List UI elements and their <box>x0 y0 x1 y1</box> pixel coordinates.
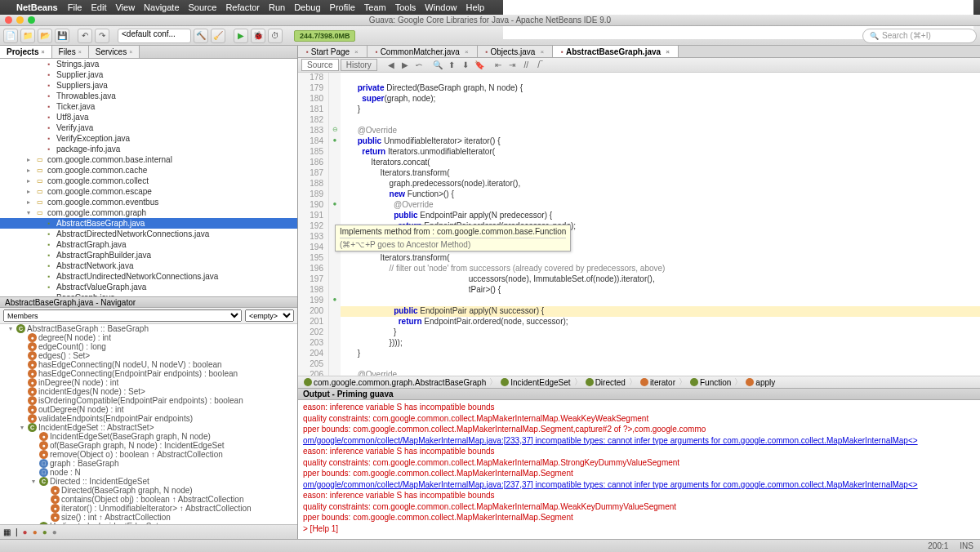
new-file-button[interactable]: 📄 <box>3 29 18 43</box>
file-node[interactable]: ▪AbstractUndirectedNetworkConnections.ja… <box>0 271 297 282</box>
nav-member[interactable]: ▾CIncidentEdgeSet :: AbstractSet> <box>0 423 297 432</box>
project-tree[interactable]: ▪Strings.java▪Supplier.java▪Suppliers.ja… <box>0 59 297 296</box>
filter-icon[interactable]: ▦ <box>3 528 11 536</box>
expand-icon[interactable]: ▸ <box>24 188 33 195</box>
gutter-marker[interactable] <box>329 349 341 359</box>
nav-member[interactable]: ●hasEdgeConnecting(N nodeU, N nodeV) : b… <box>0 360 297 369</box>
prev-bookmark-icon[interactable]: ⬆ <box>446 59 458 71</box>
breadcrumb-item[interactable]: apply <box>743 378 777 387</box>
menu-view[interactable]: View <box>115 2 135 12</box>
toggle-bookmark-icon[interactable]: 🔖 <box>474 59 486 71</box>
nav-member[interactable]: □graph : BaseGraph <box>0 459 297 468</box>
file-node[interactable]: ▪Throwables.java <box>0 91 297 101</box>
shift-left-icon[interactable]: ⇤ <box>492 59 505 71</box>
new-project-button[interactable]: 📁 <box>20 29 35 43</box>
code-line[interactable]: 199● <box>298 296 980 306</box>
breadcrumb-item[interactable]: iterator <box>638 378 678 387</box>
filter-static-icon[interactable]: ● <box>33 528 38 536</box>
nav-member[interactable]: ●incidentEdges(N node) : Set> <box>0 387 297 396</box>
code-line[interactable]: 191 public EndpointPair apply(N predeces… <box>298 211 980 221</box>
profile-button[interactable]: ⏱ <box>268 29 283 43</box>
minimize-icon[interactable] <box>16 16 24 24</box>
breadcrumb-item[interactable]: com.google.common.graph.AbstractBaseGrap… <box>301 378 488 387</box>
nav-member[interactable]: ●isOrderingCompatible(EndpointPair endpo… <box>0 396 297 405</box>
code-line[interactable]: 178 <box>298 73 980 83</box>
close-icon[interactable]: × <box>465 48 469 56</box>
nav-member[interactable]: ●contains(Object obj) : boolean ↑ Abstra… <box>0 495 297 504</box>
menu-refactor[interactable]: Refactor <box>225 2 260 12</box>
editor-tab[interactable]: ▪AbstractBaseGraph.java× <box>553 46 679 57</box>
file-node[interactable]: ▪Suppliers.java <box>0 80 297 91</box>
menu-tools[interactable]: Tools <box>395 2 416 12</box>
nav-member[interactable]: ●outDegree(N node) : int <box>0 405 297 414</box>
nav-member[interactable]: ▾CDirected :: IncidentEdgeSet <box>0 477 297 486</box>
file-node[interactable]: ▪package-info.java <box>0 144 297 154</box>
gutter-marker[interactable] <box>329 253 341 264</box>
menu-edit[interactable]: Edit <box>91 2 106 12</box>
file-node[interactable]: ▪AbstractGraphBuilder.java <box>0 250 297 260</box>
nav-member[interactable]: ●iterator() : UnmodifiableIterator> ↑ Ab… <box>0 504 297 513</box>
gutter-marker[interactable] <box>329 168 341 179</box>
find-sel-icon[interactable]: 🔍 <box>432 59 444 71</box>
close-icon[interactable]: × <box>129 49 132 55</box>
code-line[interactable]: 189 new Function>() { <box>298 189 980 200</box>
close-icon[interactable]: × <box>78 49 82 55</box>
code-line[interactable]: 203 }))); <box>298 338 980 349</box>
last-edit-icon[interactable]: ⤺ <box>413 59 425 71</box>
package-node[interactable]: ▸▭com.google.common.cache <box>0 165 297 176</box>
code-line[interactable]: 184● public UnmodifiableIterator> iterat… <box>298 136 980 147</box>
menu-run[interactable]: Run <box>269 2 285 12</box>
code-line[interactable]: 181 } <box>298 105 980 115</box>
build-button[interactable]: 🔨 <box>194 29 208 43</box>
expand-icon[interactable]: ▸ <box>24 177 33 185</box>
file-node[interactable]: ▪AbstractBaseGraph.java <box>0 218 297 229</box>
code-line[interactable]: 197 uccessors(node), ImmutableSet.of(nod… <box>298 274 980 285</box>
toggle-icon[interactable]: ▾ <box>29 478 38 485</box>
memory-badge[interactable]: 244.7/398.0MB <box>294 30 356 42</box>
file-node[interactable]: ▪AbstractDirectedNetworkConnections.java <box>0 229 297 239</box>
file-node[interactable]: ▪Supplier.java <box>0 69 297 80</box>
tab-projects[interactable]: Projects × <box>0 46 52 58</box>
package-node[interactable]: ▾▭com.google.common.graph <box>0 207 297 218</box>
nav-member[interactable]: ●of(BaseGraph graph, N node) : IncidentE… <box>0 441 297 450</box>
nav-member[interactable]: ●degree(N node) : int <box>0 333 297 342</box>
filter-inherited-icon[interactable]: ● <box>42 528 47 536</box>
gutter-marker[interactable] <box>329 179 341 189</box>
menu-file[interactable]: File <box>68 2 82 12</box>
code-line[interactable]: 205 <box>298 359 980 370</box>
menu-profile[interactable]: Profile <box>330 2 355 12</box>
gutter-marker[interactable] <box>329 105 341 115</box>
traffic-lights[interactable] <box>5 16 35 24</box>
nav-member[interactable]: □node : N <box>0 468 297 477</box>
menu-debug[interactable]: Debug <box>294 2 320 12</box>
code-line[interactable]: 183⊖ @Override <box>298 126 980 136</box>
expand-icon[interactable]: ▸ <box>24 167 33 174</box>
gutter-marker[interactable] <box>329 285 341 296</box>
close-icon[interactable]: × <box>666 48 670 56</box>
code-line[interactable]: 201 return EndpointPair.ordered(node, su… <box>298 317 980 327</box>
toggle-icon[interactable]: ▾ <box>7 325 15 332</box>
close-icon[interactable]: × <box>540 48 544 56</box>
code-line[interactable]: 180 super(graph, node); <box>298 94 980 105</box>
menu-source[interactable]: Source <box>189 2 217 12</box>
expand-icon[interactable]: ▸ <box>24 156 33 163</box>
toggle-icon[interactable]: ▾ <box>18 424 26 431</box>
tab-files[interactable]: Files × <box>52 46 89 58</box>
gutter-marker[interactable] <box>329 327 341 338</box>
open-button[interactable]: 📂 <box>38 29 52 43</box>
nav-member[interactable]: ●remove(Object o) : boolean ↑ AbstractCo… <box>0 450 297 459</box>
menu-team[interactable]: Team <box>364 2 386 12</box>
code-line[interactable]: 195 Iterators.transform( <box>298 253 980 264</box>
breadcrumb-item[interactable]: IncidentEdgeSet <box>498 378 572 387</box>
run-button[interactable]: ▶ <box>234 29 248 43</box>
code-line[interactable]: 187 Iterators.transform( <box>298 168 980 179</box>
output-line[interactable]: om/google/common/collect/MapMakerInterna… <box>303 435 975 447</box>
nav-member[interactable]: ●size() : int ↑ AbstractCollection <box>0 513 297 522</box>
editor-tab[interactable]: ▪CommonMatcher.java× <box>368 46 478 57</box>
output-panel[interactable]: eason: inference variable S has incompat… <box>298 400 980 539</box>
code-editor[interactable]: Implements method from : com.google.comm… <box>298 73 980 376</box>
code-line[interactable]: 188 graph.predecessors(node).iterator(), <box>298 179 980 189</box>
gutter-marker[interactable] <box>329 147 341 158</box>
file-node[interactable]: ▪AbstractNetwork.java <box>0 260 297 271</box>
code-line[interactable]: 196 // filter out 'node' from successors… <box>298 264 980 274</box>
